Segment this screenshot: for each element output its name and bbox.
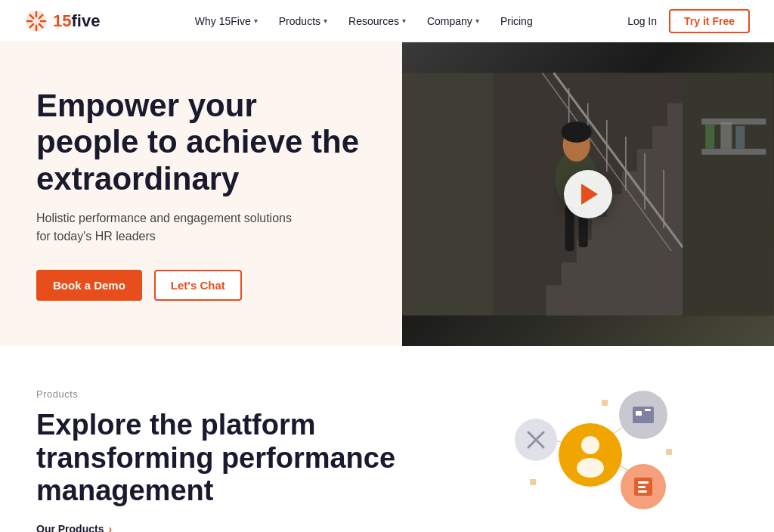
logo[interactable]: 15five [24, 9, 100, 33]
svg-rect-53 [638, 486, 646, 488]
hero-content: Empower your people to achieve the extra… [0, 42, 402, 346]
hero-section: Empower your people to achieve the extra… [0, 42, 774, 346]
arrow-right-icon: › [108, 523, 112, 532]
nav-item-resources[interactable]: Resources ▾ [348, 15, 406, 27]
products-label: Products [36, 388, 422, 400]
svg-rect-54 [638, 490, 647, 493]
svg-rect-25 [402, 73, 493, 315]
svg-rect-27 [702, 119, 766, 125]
svg-rect-52 [638, 481, 649, 484]
navigation: 15five Why 15Five ▾ Products ▾ Resources… [0, 0, 774, 42]
chevron-down-icon: ▾ [324, 17, 327, 25]
play-icon [581, 184, 598, 205]
products-top: Products Explore the platform transformi… [36, 388, 738, 532]
try-free-button[interactable]: Try it Free [669, 9, 750, 33]
platform-illustration [485, 388, 696, 524]
chevron-down-icon: ▾ [475, 17, 479, 25]
book-demo-button[interactable]: Book a Demo [36, 270, 142, 301]
svg-point-49 [577, 458, 604, 478]
nav-actions: Log In Try it Free [627, 9, 750, 33]
logo-icon [24, 9, 48, 33]
products-text: Products Explore the platform transformi… [36, 388, 422, 532]
lets-chat-button[interactable]: Let's Chat [154, 270, 242, 301]
chevron-down-icon: ▾ [254, 17, 258, 25]
svg-point-48 [581, 436, 599, 454]
our-products-link[interactable]: Our Products › [36, 523, 422, 532]
hero-video[interactable] [402, 42, 774, 346]
svg-rect-31 [736, 126, 745, 149]
login-button[interactable]: Log In [627, 15, 657, 27]
svg-rect-33 [666, 449, 672, 455]
nav-links: Why 15Five ▾ Products ▾ Resources ▾ Comp… [195, 15, 533, 27]
platform-graphic [443, 388, 738, 524]
hero-buttons: Book a Demo Let's Chat [36, 270, 366, 301]
logo-text: 15five [53, 11, 100, 31]
hero-subtitle: Holistic performance and engagement solu… [36, 209, 308, 246]
svg-rect-30 [721, 122, 732, 149]
svg-rect-26 [683, 73, 774, 315]
nav-item-pricing[interactable]: Pricing [500, 15, 533, 27]
video-background [402, 42, 774, 346]
svg-rect-34 [530, 479, 536, 485]
nav-item-why15five[interactable]: Why 15Five ▾ [195, 15, 258, 27]
svg-rect-32 [602, 400, 608, 406]
hero-title: Empower your people to achieve the extra… [36, 88, 366, 197]
chevron-down-icon: ▾ [402, 17, 406, 25]
nav-item-company[interactable]: Company ▾ [427, 15, 479, 27]
products-section: Products Explore the platform transformi… [0, 346, 774, 532]
svg-rect-28 [702, 149, 766, 155]
svg-rect-43 [645, 409, 651, 411]
svg-rect-29 [706, 125, 715, 149]
products-title: Explore the platform transforming perfor… [36, 409, 422, 508]
nav-item-products[interactable]: Products ▾ [279, 15, 327, 27]
svg-rect-42 [636, 411, 642, 416]
svg-point-22 [562, 122, 592, 143]
play-button[interactable] [564, 170, 612, 218]
